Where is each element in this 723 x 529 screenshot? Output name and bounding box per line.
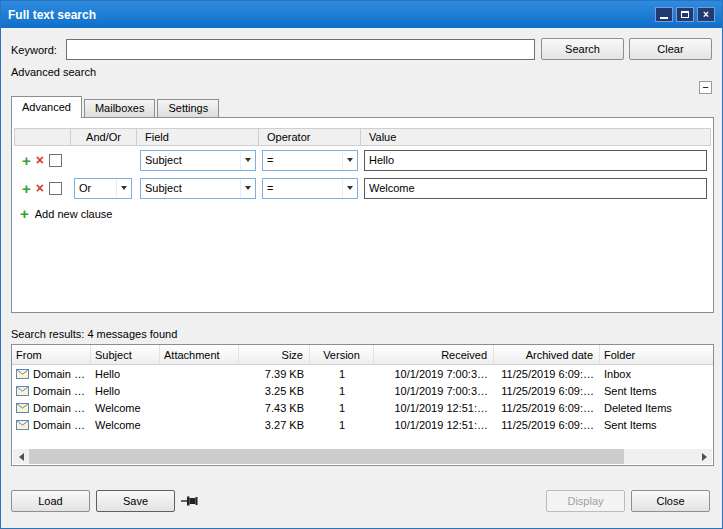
size-cell: 7.39 KB — [239, 365, 310, 382]
tab-advanced[interactable]: Advanced — [11, 96, 82, 118]
from-text: Domain … — [33, 368, 85, 380]
maximize-icon[interactable] — [676, 7, 694, 22]
save-button[interactable]: Save — [96, 490, 175, 512]
table-row[interactable]: Domain … Hello 3.25 KB 1 10/1/2019 7:00:… — [12, 382, 713, 399]
version-cell: 1 — [310, 399, 374, 416]
column-header-folder[interactable]: Folder — [600, 345, 713, 364]
operator-select[interactable]: = — [262, 178, 358, 199]
field-select[interactable]: Subject — [140, 150, 256, 171]
from-text: Domain … — [33, 402, 85, 414]
column-header-attachment[interactable]: Attachment — [160, 345, 239, 364]
full-text-search-window: Full text search × Keyword: Search Clear… — [0, 0, 723, 529]
add-clause-icon[interactable]: + — [22, 181, 31, 196]
size-cell: 3.27 KB — [239, 416, 310, 433]
clause-row-actions: + × — [14, 181, 70, 196]
column-header-version[interactable]: Version — [310, 345, 374, 364]
advanced-search-label: Advanced search — [11, 66, 96, 78]
tab-settings[interactable]: Settings — [157, 99, 219, 118]
operator-select[interactable]: = — [262, 150, 358, 171]
scroll-left-icon[interactable] — [13, 449, 29, 464]
operator-cell: = — [258, 150, 360, 171]
field-select[interactable]: Subject — [140, 178, 256, 199]
close-icon[interactable]: × — [697, 7, 715, 22]
search-button[interactable]: Search — [541, 38, 624, 60]
version-cell: 1 — [310, 416, 374, 433]
column-header-from[interactable]: From — [12, 345, 91, 364]
clause-row-actions: + × — [14, 153, 70, 168]
attachment-cell — [160, 382, 239, 399]
add-clause-icon[interactable]: + — [22, 153, 31, 168]
plus-icon: + — [20, 206, 29, 221]
table-row[interactable]: Domain … Hello 7.39 KB 1 10/1/2019 7:00:… — [12, 365, 713, 382]
header-blank-cell — [15, 129, 71, 145]
subject-cell: Welcome — [91, 399, 160, 416]
add-new-clause-link[interactable]: + Add new clause — [20, 206, 112, 221]
clause-checkbox[interactable] — [49, 154, 62, 167]
clause-grid-header: And/Or Field Operator Value — [14, 128, 711, 146]
envelope-icon — [16, 420, 29, 430]
attachment-cell — [160, 416, 239, 433]
from-cell: Domain … — [12, 382, 91, 399]
load-button[interactable]: Load — [11, 490, 90, 512]
column-header-archived-date[interactable]: Archived date — [494, 345, 600, 364]
results-summary: Search results: 4 messages found — [11, 328, 177, 340]
delete-clause-icon[interactable]: × — [36, 181, 44, 195]
andor-cell: Or — [70, 178, 136, 199]
column-header-subject[interactable]: Subject — [91, 345, 160, 364]
clause-checkbox[interactable] — [49, 182, 62, 195]
chevron-down-icon — [240, 151, 255, 170]
received-cell: 10/1/2019 12:51:… — [374, 416, 494, 433]
andor-select[interactable]: Or — [74, 178, 132, 199]
version-cell: 1 — [310, 365, 374, 382]
scrollbar-thumb[interactable] — [29, 449, 624, 464]
subject-cell: Hello — [91, 365, 160, 382]
chevron-down-icon — [342, 151, 357, 170]
chevron-down-icon — [116, 179, 131, 198]
size-cell: 3.25 KB — [239, 382, 310, 399]
value-cell — [360, 178, 711, 199]
operator-select-value: = — [263, 154, 342, 166]
table-row[interactable]: Domain … Welcome 3.27 KB 1 10/1/2019 12:… — [12, 416, 713, 433]
field-cell: Subject — [136, 150, 258, 171]
collapse-section-icon[interactable]: − — [699, 81, 712, 94]
tab-mailboxes[interactable]: Mailboxes — [84, 99, 156, 118]
field-cell: Subject — [136, 178, 258, 199]
pin-icon[interactable] — [181, 495, 199, 509]
envelope-icon — [16, 403, 29, 413]
results-table-header: From Subject Attachment Size Version Rec… — [12, 345, 713, 365]
archived-date-cell: 11/25/2019 6:09:… — [494, 382, 600, 399]
subject-cell: Welcome — [91, 416, 160, 433]
keyword-input[interactable] — [66, 39, 535, 60]
column-header-received[interactable]: Received — [374, 345, 494, 364]
close-button[interactable]: Close — [631, 490, 710, 512]
envelope-icon — [16, 369, 29, 379]
header-andor: And/Or — [71, 129, 137, 145]
column-header-size[interactable]: Size — [239, 345, 310, 364]
clause-row: + × Subject = — [14, 146, 711, 174]
minimize-glyph — [660, 17, 668, 19]
delete-clause-icon[interactable]: × — [36, 153, 44, 167]
titlebar: Full text search × — [1, 1, 722, 28]
maximize-glyph — [681, 11, 689, 18]
advanced-tab-panel: And/Or Field Operator Value + × Subject … — [11, 117, 714, 313]
horizontal-scrollbar[interactable] — [13, 449, 712, 464]
received-cell: 10/1/2019 12:51:… — [374, 399, 494, 416]
value-input[interactable] — [364, 150, 707, 171]
chevron-down-icon — [342, 179, 357, 198]
field-select-value: Subject — [141, 154, 240, 166]
clear-button[interactable]: Clear — [629, 38, 712, 60]
attachment-cell — [160, 365, 239, 382]
from-text: Domain … — [33, 385, 85, 397]
scroll-right-icon[interactable] — [696, 449, 712, 464]
received-cell: 10/1/2019 7:00:3… — [374, 382, 494, 399]
clause-row: + × Or Subject = — [14, 174, 711, 202]
close-glyph: × — [703, 10, 709, 20]
value-cell — [360, 150, 711, 171]
value-input[interactable] — [364, 178, 707, 199]
table-row[interactable]: Domain … Welcome 7.43 KB 1 10/1/2019 12:… — [12, 399, 713, 416]
keyword-label: Keyword: — [11, 44, 57, 56]
received-cell: 10/1/2019 7:00:3… — [374, 365, 494, 382]
display-button[interactable]: Display — [546, 490, 625, 512]
andor-select-value: Or — [75, 182, 116, 194]
minimize-icon[interactable] — [655, 7, 673, 22]
